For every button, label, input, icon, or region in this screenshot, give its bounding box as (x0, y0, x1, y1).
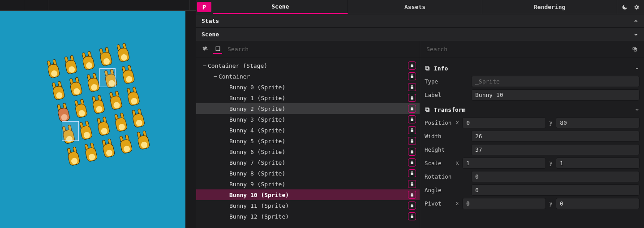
height-label: Height (425, 146, 468, 153)
position-label: Position (425, 119, 451, 126)
bunny-sprite[interactable] (97, 47, 115, 69)
lock-toggle-icon[interactable] (408, 148, 416, 156)
settings-gear-icon[interactable] (631, 2, 641, 12)
chevron-up-icon (633, 18, 639, 24)
lock-toggle-icon[interactable] (408, 158, 416, 167)
group-info-header[interactable]: Info (425, 62, 640, 75)
tree-row[interactable]: Bunny 0 (Sprite) (196, 82, 420, 92)
viewport-tab-blank-3[interactable] (48, 0, 190, 10)
bunny-sprite[interactable] (115, 43, 132, 65)
bunny-sprite[interactable] (67, 77, 85, 99)
collapse-icon[interactable]: — (202, 62, 208, 69)
copy-properties-icon[interactable] (630, 44, 640, 54)
lock-toggle-icon[interactable] (408, 169, 416, 177)
position-y-input[interactable] (556, 117, 640, 128)
scale-x-input[interactable] (462, 158, 546, 169)
selection-tool-icon[interactable] (213, 45, 222, 54)
section-scene-title: Scene (202, 31, 219, 38)
lock-toggle-icon[interactable] (408, 72, 416, 80)
wand-tool-icon[interactable] (201, 45, 210, 54)
lock-toggle-icon[interactable] (408, 105, 416, 113)
bunny-sprite[interactable] (45, 59, 62, 81)
bunny-sprite[interactable] (65, 147, 82, 168)
layers-icon (425, 66, 430, 71)
lock-toggle-icon[interactable] (408, 94, 416, 102)
bunny-sprite[interactable] (80, 51, 97, 73)
pivot-y-input[interactable] (556, 198, 640, 209)
tree-row[interactable]: Bunny 8 (Sprite) (196, 168, 420, 179)
x-label: x (455, 160, 459, 166)
lock-toggle-icon[interactable] (408, 202, 416, 210)
bunny-sprite[interactable] (130, 109, 147, 130)
tree-row[interactable]: —Container (196, 71, 420, 82)
bunny-sprite[interactable] (50, 81, 67, 103)
lock-toggle-icon[interactable] (408, 137, 416, 145)
tree-row[interactable]: Bunny 3 (Sprite) (196, 114, 420, 125)
tab-scene[interactable]: Scene (213, 0, 348, 14)
bunny-sprite[interactable] (107, 91, 125, 113)
label-input[interactable] (471, 89, 640, 101)
group-transform-header[interactable]: Transform (425, 103, 640, 116)
tree-row[interactable]: Bunny 9 (Sprite) (196, 179, 420, 189)
bunny-sprite[interactable] (90, 95, 107, 117)
lock-toggle-icon[interactable] (408, 180, 416, 188)
bunny-sprite[interactable] (135, 131, 152, 152)
tree-row[interactable]: Bunny 12 (Sprite) (196, 211, 420, 222)
layers-icon (425, 107, 430, 113)
lock-toggle-icon[interactable] (408, 126, 416, 134)
tree-row[interactable]: Bunny 7 (Sprite) (196, 157, 420, 168)
tree-row[interactable]: —Container (Stage) (196, 60, 420, 71)
lock-toggle-icon[interactable] (408, 61, 416, 70)
bunny-sprite[interactable] (72, 99, 90, 121)
tree-row[interactable]: Bunny 4 (Sprite) (196, 125, 420, 136)
collapse-icon[interactable]: — (212, 73, 219, 79)
scene-tree[interactable]: —Container (Stage)—ContainerBunny 0 (Spr… (196, 57, 420, 228)
tree-row-label: Container (Stage) (208, 62, 408, 69)
bunny-sprite[interactable] (95, 117, 112, 138)
bunny-sprite[interactable] (100, 139, 117, 160)
bunny-sprite[interactable] (112, 113, 130, 134)
angle-input[interactable] (471, 184, 640, 196)
tab-assets[interactable]: Assets (348, 0, 483, 14)
properties-search-input[interactable] (425, 43, 630, 55)
bunny-sprite[interactable] (117, 135, 135, 156)
bunny-sprite[interactable] (62, 55, 80, 77)
bunny-sprite[interactable] (102, 69, 120, 91)
bunny-sprite[interactable] (60, 125, 77, 146)
section-stats-header[interactable]: Stats (196, 14, 644, 28)
tree-row-label: Bunny 10 (Sprite) (229, 192, 408, 198)
rotation-input[interactable] (471, 171, 640, 182)
scale-y-input[interactable] (556, 158, 640, 169)
section-stats-title: Stats (202, 18, 219, 24)
section-scene-header[interactable]: Scene (196, 28, 644, 41)
bunny-sprite[interactable] (85, 73, 102, 95)
tree-row[interactable]: Bunny 10 (Sprite) (196, 189, 420, 200)
game-canvas[interactable] (0, 11, 185, 228)
lock-toggle-icon[interactable] (408, 83, 416, 91)
position-x-input[interactable] (462, 117, 546, 128)
viewport-tab-blank-2[interactable] (24, 0, 48, 10)
scene-tree-pane: —Container (Stage)—ContainerBunny 0 (Spr… (196, 41, 420, 228)
lock-toggle-icon[interactable] (408, 212, 416, 220)
y-label: y (549, 119, 553, 126)
tree-row[interactable]: Bunny 1 (Sprite) (196, 92, 420, 103)
tab-rendering[interactable]: Rendering (482, 0, 617, 14)
tree-search-input[interactable] (226, 43, 415, 55)
bunny-sprite[interactable] (55, 103, 72, 125)
lock-toggle-icon[interactable] (408, 115, 416, 123)
height-input[interactable] (471, 144, 640, 155)
bunny-sprite[interactable] (77, 121, 95, 142)
tree-row-label: Container (219, 73, 408, 80)
bunny-sprite[interactable] (82, 143, 100, 164)
tree-row[interactable]: Bunny 5 (Sprite) (196, 136, 420, 146)
width-input[interactable] (471, 131, 640, 142)
lock-toggle-icon[interactable] (408, 191, 416, 199)
tree-row[interactable]: Bunny 11 (Sprite) (196, 200, 420, 211)
bunny-sprite[interactable] (125, 87, 142, 109)
tree-row[interactable]: Bunny 2 (Sprite) (196, 103, 420, 114)
bunny-sprite[interactable] (120, 65, 137, 87)
pivot-x-input[interactable] (462, 198, 546, 209)
viewport-tab-blank-1[interactable] (0, 0, 24, 10)
theme-toggle-icon[interactable] (620, 2, 630, 12)
tree-row[interactable]: Bunny 6 (Sprite) (196, 146, 420, 157)
